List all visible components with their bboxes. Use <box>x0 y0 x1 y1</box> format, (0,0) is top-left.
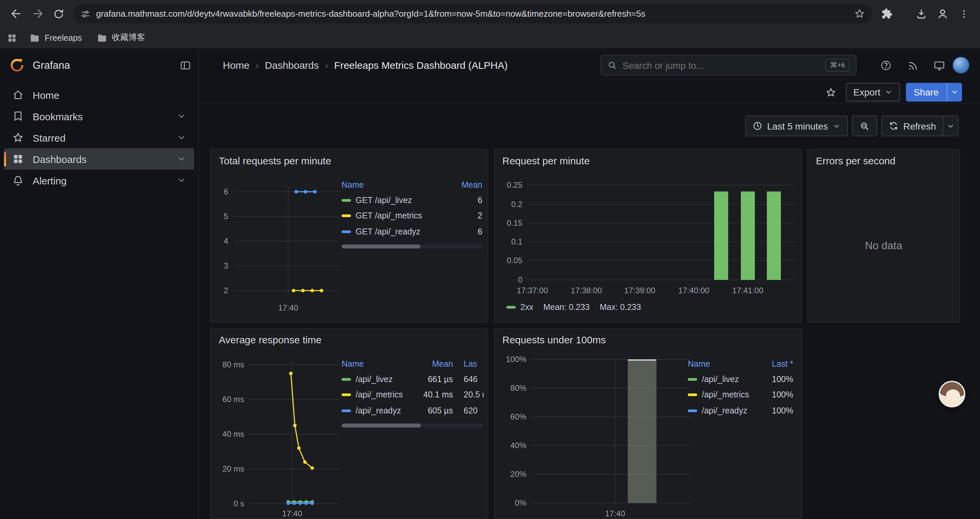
search-box[interactable]: ⌘+k <box>600 55 857 75</box>
legend-header-name[interactable]: Name <box>342 180 449 190</box>
reload-button[interactable] <box>48 3 69 24</box>
legend-header-last[interactable]: Last * <box>759 359 793 369</box>
user-avatar[interactable] <box>953 57 969 73</box>
refresh-button[interactable]: Refresh <box>881 115 959 136</box>
legend-scrollbar-thumb[interactable] <box>342 423 421 427</box>
data-point[interactable] <box>310 466 314 469</box>
share-menu-caret[interactable] <box>947 83 962 102</box>
url-text[interactable]: grafana.mathmast.com/d/deytv4rwavabkb/fr… <box>96 9 849 19</box>
time-range-picker[interactable]: Last 5 minutes <box>745 115 848 136</box>
series-swatch[interactable] <box>688 409 697 412</box>
data-point[interactable] <box>310 501 314 505</box>
bookmark-star-icon[interactable] <box>854 8 865 19</box>
forward-button[interactable] <box>27 3 48 24</box>
series-name[interactable]: GET /api/_readyz <box>356 227 420 236</box>
chevron-down-icon[interactable] <box>177 133 186 142</box>
bookmark-favorite-blogs[interactable]: 收藏博客 <box>94 32 148 43</box>
legend-header-mean[interactable]: Mean <box>410 359 453 369</box>
bar[interactable] <box>741 192 755 280</box>
data-point[interactable] <box>303 460 307 463</box>
extensions-icon[interactable] <box>876 3 897 24</box>
export-button[interactable]: Export <box>846 83 900 102</box>
series-swatch[interactable] <box>342 409 351 412</box>
series-name[interactable]: /api/_readyz <box>356 406 401 415</box>
series-name[interactable]: GET /api/_livez <box>356 196 412 205</box>
chevron-down-icon[interactable] <box>177 154 186 164</box>
sidebar-item-alerting[interactable]: Alerting <box>4 170 194 191</box>
series-name[interactable]: /api/_readyz <box>702 406 747 415</box>
search-input[interactable] <box>622 60 820 70</box>
data-point[interactable] <box>320 289 323 292</box>
chevron-down-icon[interactable] <box>177 112 186 121</box>
news-rss-icon[interactable] <box>902 55 923 76</box>
panel-title[interactable]: Request per minute <box>502 155 590 166</box>
legend-header-last[interactable]: Las <box>453 359 484 369</box>
bar[interactable] <box>767 192 781 280</box>
chevron-down-icon[interactable] <box>177 176 186 185</box>
data-point[interactable] <box>289 372 293 375</box>
data-point[interactable] <box>293 424 296 427</box>
legend-series[interactable]: 2xx <box>506 303 533 312</box>
series-swatch[interactable] <box>342 199 351 202</box>
display-icon[interactable] <box>929 55 950 76</box>
series-swatch[interactable] <box>342 394 351 396</box>
bookmark-freeleaps[interactable]: Freeleaps <box>27 32 84 43</box>
series-swatch[interactable] <box>342 215 351 217</box>
bar[interactable] <box>628 359 657 503</box>
panel-title[interactable]: Average response time <box>219 334 321 345</box>
site-settings-icon[interactable] <box>80 8 91 19</box>
browser-profile-avatar[interactable] <box>932 3 953 24</box>
series-swatch[interactable] <box>688 378 697 381</box>
legend-scrollbar[interactable] <box>342 423 484 427</box>
series-name[interactable]: /api/_livez <box>356 375 393 384</box>
apps-grid-icon[interactable] <box>7 32 18 43</box>
favorite-star-icon[interactable] <box>821 83 840 102</box>
browser-menu-icon[interactable] <box>953 3 975 24</box>
legend-scrollbar[interactable] <box>342 244 482 248</box>
grafana-logo[interactable] <box>9 57 25 73</box>
data-point[interactable] <box>310 289 314 292</box>
data-point[interactable] <box>294 190 298 193</box>
data-point[interactable] <box>292 289 295 292</box>
series-name[interactable]: /api/_metrics <box>356 390 403 400</box>
data-point[interactable] <box>301 289 305 292</box>
data-point[interactable] <box>297 446 301 450</box>
data-point[interactable] <box>305 501 308 505</box>
panel-title[interactable]: Errors per second <box>816 155 895 166</box>
refresh-interval-caret[interactable] <box>943 116 958 136</box>
data-point[interactable] <box>313 190 317 193</box>
series-name[interactable]: GET /api/_metrics <box>356 211 422 221</box>
data-point[interactable] <box>293 501 296 505</box>
series-line[interactable] <box>291 374 312 468</box>
legend-header-name[interactable]: Name <box>688 359 759 369</box>
legend-header-name[interactable]: Name <box>342 359 410 369</box>
bar[interactable] <box>714 192 728 280</box>
share-label[interactable]: Share <box>905 83 947 102</box>
data-point[interactable] <box>286 501 290 505</box>
breadcrumb-home[interactable]: Home <box>223 59 250 71</box>
series-name[interactable]: /api/_livez <box>702 375 739 384</box>
back-button[interactable] <box>5 3 27 24</box>
floating-avatar[interactable] <box>939 381 965 407</box>
sidebar-item-starred[interactable]: Starred <box>4 127 194 148</box>
series-swatch[interactable] <box>342 230 351 233</box>
breadcrumb-dashboards[interactable]: Dashboards <box>265 59 319 71</box>
panel-title[interactable]: Total requests per minute <box>219 155 331 166</box>
sidebar-collapse-icon[interactable] <box>180 59 191 71</box>
address-bar[interactable]: grafana.mathmast.com/d/deytv4rwavabkb/fr… <box>73 4 872 23</box>
panel-title[interactable]: Requests under 100ms <box>502 334 606 345</box>
series-swatch[interactable] <box>342 378 351 381</box>
legend-header-mean[interactable]: Mean <box>449 180 482 190</box>
data-point[interactable] <box>299 501 302 505</box>
help-icon[interactable] <box>875 55 897 76</box>
zoom-out-button[interactable] <box>852 115 877 136</box>
series-swatch[interactable] <box>688 394 697 396</box>
sidebar-item-home[interactable]: Home <box>4 84 194 105</box>
downloads-icon[interactable] <box>911 3 932 24</box>
sidebar-item-dashboards[interactable]: Dashboards <box>4 148 194 170</box>
data-point[interactable] <box>304 190 307 193</box>
sidebar-item-bookmarks[interactable]: Bookmarks <box>4 105 194 127</box>
share-button[interactable]: Share <box>905 83 962 102</box>
series-name[interactable]: /api/_metrics <box>702 390 749 400</box>
legend-scrollbar-thumb[interactable] <box>342 244 420 248</box>
